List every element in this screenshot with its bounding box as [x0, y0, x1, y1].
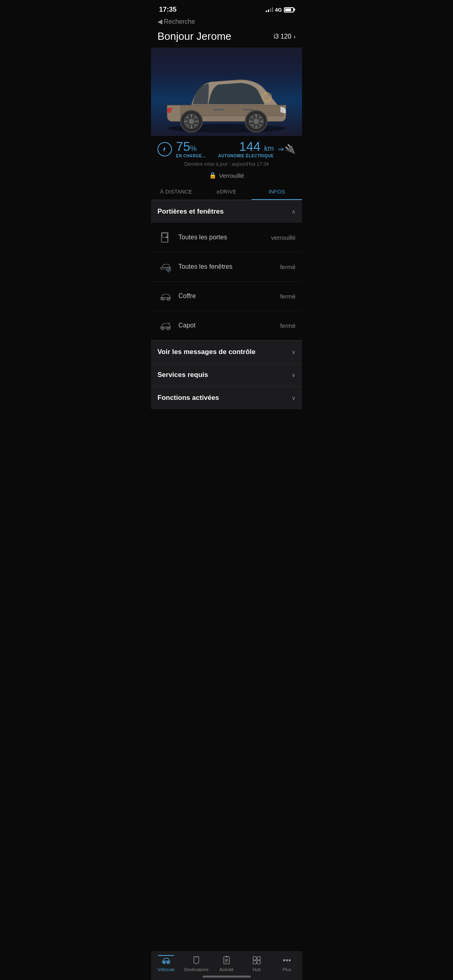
- list-item: Toutes les fenêtres fermé: [151, 252, 302, 282]
- battery-icon: [284, 7, 294, 12]
- trunk-value: fermé: [280, 293, 296, 300]
- car-model-chevron-icon: ›: [294, 33, 296, 40]
- charge-label: EN CHARGE...: [176, 154, 206, 158]
- signal-icon: [266, 7, 273, 12]
- doors-windows-items: Toutes les portes verrouillé Toutes le: [151, 223, 302, 340]
- greeting-text: Bonjour Jerome: [157, 30, 232, 43]
- list-item: Toutes les portes verrouillé: [151, 223, 302, 252]
- car-image: [151, 47, 302, 136]
- services-chevron-icon: ∨: [292, 372, 296, 378]
- all-doors-value: verrouillé: [271, 234, 296, 241]
- functions-chevron-icon: ∨: [292, 395, 296, 401]
- services-header[interactable]: Services requis ∨: [151, 364, 302, 386]
- functions-section: Fonctions activées ∨: [151, 386, 302, 409]
- list-item: Coffre fermé: [151, 282, 302, 311]
- stats-row: 75% EN CHARGE... 144 km AUTONOMIE ÉLECTR…: [151, 136, 302, 160]
- car-model-label: i3 120: [274, 33, 292, 40]
- network-label: 4G: [275, 7, 282, 13]
- svg-point-29: [166, 237, 168, 238]
- tab-edrive[interactable]: eDRIVE: [201, 184, 252, 200]
- charge-circle-icon: [157, 142, 172, 156]
- section-tabs: À DISTANCE eDRIVE INFOS: [151, 184, 302, 200]
- services-section: Services requis ∨: [151, 363, 302, 386]
- control-messages-title: Voir les messages de contrôle: [157, 348, 255, 356]
- doors-windows-chevron-icon: ∧: [292, 208, 296, 215]
- doors-windows-title: Portières et fenêtres: [157, 208, 223, 216]
- services-title: Services requis: [157, 371, 208, 379]
- content-area: Portières et fenêtres ∧ Toutes les porte…: [151, 200, 302, 449]
- back-label: Recherche: [164, 18, 195, 25]
- svg-point-7: [253, 119, 259, 124]
- hood-value: fermé: [280, 322, 296, 329]
- last-update: Dernière mise à jour : aujourd'hui 17:34: [151, 160, 302, 169]
- functions-header[interactable]: Fonctions activées ∨: [151, 387, 302, 409]
- lock-icon: 🔒: [209, 172, 217, 179]
- charge-value: 75%: [176, 140, 206, 153]
- plug-arrow-icon: ⇒: [278, 145, 284, 154]
- charge-stat: 75% EN CHARGE...: [157, 140, 206, 158]
- door-icon: [157, 229, 174, 245]
- tab-distance[interactable]: À DISTANCE: [151, 184, 201, 200]
- car-model-selector[interactable]: i3 120 ›: [274, 33, 296, 40]
- window-icon: [157, 259, 174, 275]
- range-stat: 144 km AUTONOMIE ÉLECTRIQUE ⇒ 🔌: [218, 140, 296, 158]
- svg-rect-1: [213, 109, 224, 111]
- doors-windows-section: Portières et fenêtres ∧ Toutes les porte…: [151, 200, 302, 340]
- trunk-label: Coffre: [178, 292, 280, 300]
- list-item: Capot fermé: [151, 311, 302, 340]
- control-messages-chevron-icon: ∨: [292, 349, 296, 355]
- svg-point-18: [189, 119, 194, 124]
- hood-label: Capot: [178, 322, 280, 329]
- status-bar: 17:35 4G: [151, 0, 302, 16]
- back-link[interactable]: ◀ Recherche: [157, 18, 296, 25]
- range-value: 144 km: [239, 140, 274, 153]
- plug-symbol-icon: 🔌: [285, 144, 296, 154]
- trunk-icon: [157, 288, 174, 304]
- status-icons: 4G: [266, 7, 294, 13]
- range-label: AUTONOMIE ÉLECTRIQUE: [218, 154, 274, 158]
- all-doors-label: Toutes les portes: [178, 234, 271, 241]
- back-navigation[interactable]: ◀ Recherche: [151, 16, 302, 29]
- functions-title: Fonctions activées: [157, 394, 219, 402]
- status-time: 17:35: [159, 6, 176, 14]
- lock-status: 🔒 Verrouillé: [151, 169, 302, 184]
- control-messages-section: Voir les messages de contrôle ∨: [151, 340, 302, 363]
- hood-icon: [157, 317, 174, 334]
- control-messages-header[interactable]: Voir les messages de contrôle ∨: [151, 341, 302, 363]
- all-windows-label: Toutes les fenêtres: [178, 263, 280, 270]
- doors-windows-header[interactable]: Portières et fenêtres ∧: [151, 200, 302, 223]
- svg-rect-2: [243, 109, 254, 111]
- charging-plug-icon: ⇒ 🔌: [278, 144, 296, 154]
- tab-infos[interactable]: INFOS: [252, 184, 302, 200]
- back-chevron-icon: ◀: [157, 18, 162, 25]
- header: Bonjour Jerome i3 120 ›: [151, 29, 302, 47]
- lock-label: Verrouillé: [219, 172, 244, 179]
- all-windows-value: fermé: [280, 264, 296, 270]
- car-display: [151, 47, 302, 136]
